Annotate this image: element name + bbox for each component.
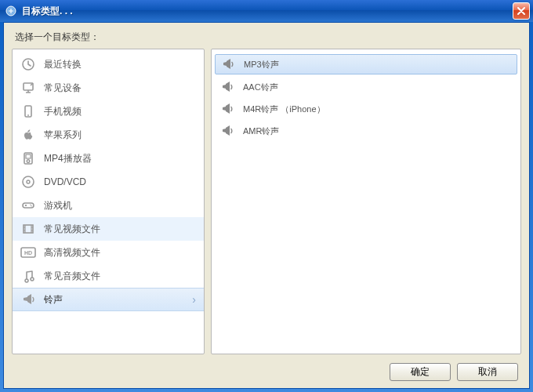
format-panel: MP3铃声AAC铃声M4R铃声 （iPhone）AMR铃声	[211, 49, 521, 354]
svg-rect-6	[26, 154, 31, 158]
cancel-button[interactable]: 取消	[457, 363, 518, 381]
music-icon	[20, 268, 36, 284]
client-area: 选择一个目标类型： 最近转换常见设备手机视频苹果系列MP4播放器DVD/VCD游…	[3, 22, 530, 389]
category-label: 常见音频文件	[44, 270, 100, 283]
format-label: M4R铃声 （iPhone）	[243, 103, 325, 115]
clock-icon	[20, 56, 36, 72]
format-ringtone-icon	[219, 79, 235, 95]
format-label: AAC铃声	[243, 82, 278, 93]
category-panel: 最近转换常见设备手机视频苹果系列MP4播放器DVD/VCD游戏机常见视频文件HD…	[12, 49, 205, 354]
dialog-window: 目标类型. . . 选择一个目标类型： 最近转换常见设备手机视频苹果系列MP4播…	[0, 0, 533, 392]
footer: 确定 取消	[4, 355, 529, 388]
category-label: 游戏机	[44, 199, 72, 212]
apple-icon	[20, 127, 36, 143]
panels: 最近转换常见设备手机视频苹果系列MP4播放器DVD/VCD游戏机常见视频文件HD…	[4, 49, 529, 354]
category-item-apple[interactable]: 苹果系列	[13, 123, 204, 147]
phone-icon	[20, 103, 36, 119]
category-label: 手机视频	[44, 105, 82, 118]
svg-point-11	[31, 205, 31, 206]
category-label: DVD/VCD	[44, 176, 86, 187]
category-item-video[interactable]: 常见视频文件	[13, 217, 204, 241]
svg-point-4	[27, 114, 29, 116]
category-item-dvd[interactable]: DVD/VCD	[13, 170, 204, 194]
category-item-mp4[interactable]: MP4播放器	[13, 147, 204, 170]
instruction-label: 选择一个目标类型：	[4, 23, 529, 49]
category-item-mobile[interactable]: 手机视频	[13, 100, 204, 123]
ok-button[interactable]: 确定	[390, 363, 451, 381]
category-label: 高清视频文件	[44, 246, 100, 260]
svg-point-7	[27, 160, 30, 163]
category-item-audio[interactable]: 常见音频文件	[13, 264, 204, 288]
category-label: MP4播放器	[44, 152, 92, 165]
category-list: 最近转换常见设备手机视频苹果系列MP4播放器DVD/VCD游戏机常见视频文件HD…	[13, 49, 204, 314]
titlebar[interactable]: 目标类型. . .	[0, 0, 533, 22]
app-icon	[5, 5, 17, 17]
category-item-ringtone[interactable]: 铃声›	[13, 288, 204, 311]
disc-icon	[20, 174, 36, 190]
gamepad-icon	[20, 198, 36, 213]
device-icon	[20, 80, 36, 96]
format-label: AMR铃声	[243, 125, 279, 137]
window-title: 目标类型. . .	[22, 5, 513, 18]
film-icon	[20, 221, 36, 237]
svg-point-10	[30, 205, 31, 205]
category-item-recent[interactable]: 最近转换	[13, 53, 204, 76]
ringtone-icon	[20, 292, 36, 307]
category-label: 苹果系列	[44, 129, 82, 142]
category-item-hd[interactable]: HD高清视频文件	[13, 241, 204, 264]
category-label: 常见视频文件	[44, 223, 100, 236]
format-item[interactable]: AMR铃声	[212, 120, 520, 142]
category-label: 最近转换	[44, 58, 82, 71]
svg-point-9	[27, 180, 30, 183]
svg-text:HD: HD	[24, 250, 32, 256]
close-button[interactable]	[513, 2, 530, 20]
format-ringtone-icon	[219, 101, 235, 117]
format-item[interactable]: M4R铃声 （iPhone）	[212, 98, 520, 120]
chevron-right-icon: ›	[192, 293, 196, 306]
category-item-game[interactable]: 游戏机	[13, 194, 204, 217]
format-ringtone-icon	[219, 123, 235, 139]
format-item[interactable]: AAC铃声	[212, 76, 520, 98]
format-label: MP3铃声	[244, 59, 279, 71]
category-label: 常见设备	[44, 82, 82, 95]
player-icon	[20, 151, 36, 166]
svg-point-8	[23, 176, 34, 187]
category-label: 铃声	[44, 293, 63, 307]
format-ringtone-icon	[220, 56, 236, 72]
format-item[interactable]: MP3铃声	[215, 54, 517, 74]
hd-icon: HD	[20, 245, 36, 260]
category-item-devices[interactable]: 常见设备	[13, 76, 204, 100]
format-list: MP3铃声AAC铃声M4R铃声 （iPhone）AMR铃声	[212, 49, 520, 145]
